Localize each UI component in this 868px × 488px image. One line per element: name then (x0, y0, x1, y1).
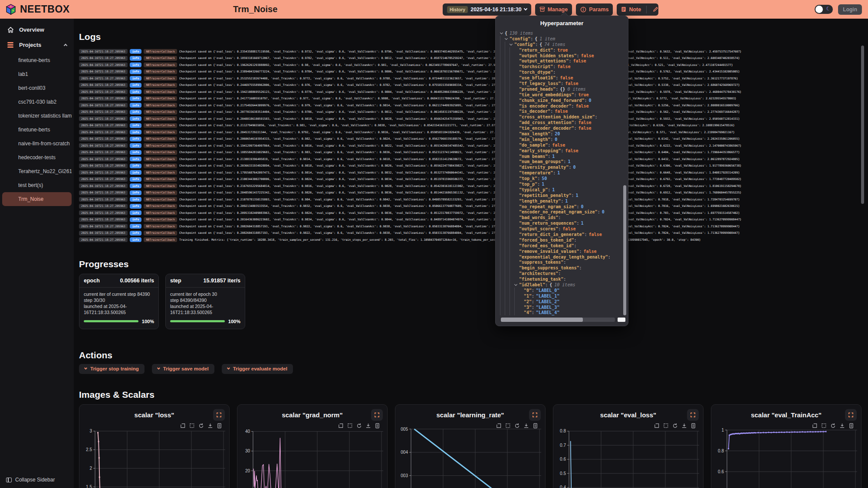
tree-expand-chevron[interactable] (505, 37, 508, 40)
popup-horizontal-scrollbar[interactable] (501, 318, 615, 322)
tree-key: "4" (524, 310, 532, 315)
tree-key: "diversity_penalty" (519, 165, 569, 170)
tree-key: "temperature" (519, 170, 553, 175)
log-message: Checkpoint saved on {'eval_loss': 0.1962… (179, 63, 733, 67)
tree-expand-chevron[interactable] (500, 31, 503, 34)
sidebar-project-trm-noise[interactable]: Trm_Noise (2, 192, 72, 206)
tree-key: "finetuning_task" (519, 277, 563, 282)
svg-text:30: 30 (245, 449, 250, 453)
sidebar-project-naive-llm-from-scratch[interactable]: naive-llm-from-scratch (2, 137, 72, 151)
reset-axes-icon[interactable] (830, 423, 836, 429)
plot-area[interactable]: 0.80.70.60.50.40.30.2 (556, 426, 701, 488)
zoom-box-icon[interactable] (338, 423, 344, 429)
actions-heading: Actions (79, 350, 868, 360)
plot-area[interactable]: 40302010 (240, 426, 385, 488)
chart-title: scalar "learning_rate" (395, 411, 545, 419)
tree-line: "is_decoder":false (500, 108, 621, 114)
logs-scrollbar-thumb[interactable] (861, 46, 864, 204)
log-message: Checkpoint saved on {'eval_loss': 0.2446… (179, 83, 740, 87)
zoom-box-icon[interactable] (654, 423, 660, 429)
log-message: Checkpoint saved on {'eval_loss': 0.1795… (179, 171, 740, 174)
theme-toggle[interactable]: ☾ (815, 5, 833, 14)
action-trigger-evaluate-model[interactable]: Trigger evaluate model (222, 364, 293, 374)
log-message: Checkpoint saved on {'eval_loss': 0.1942… (179, 90, 741, 94)
data-file-icon[interactable] (217, 423, 222, 429)
download-icon[interactable] (365, 423, 371, 429)
lasso-select-icon[interactable] (663, 423, 669, 429)
log-message: Checkpoint saved on {'eval_loss': 0.1885… (179, 151, 740, 154)
tree-key: "2" (524, 299, 532, 304)
sidebar-item-overview[interactable]: Overview (0, 22, 74, 37)
sidebar-project-terahertz-no22-gl261-gl-[interactable]: Terahertz_No22_Gl261_gl... (2, 164, 72, 178)
popup-scroll-corner[interactable] (618, 318, 625, 322)
fullscreen-button[interactable] (371, 409, 383, 421)
tree-expand-chevron[interactable] (510, 43, 513, 46)
sidebar-project-hedecoder-tests[interactable]: hedecoder-tests (2, 151, 72, 164)
data-file-icon[interactable] (533, 423, 538, 429)
log-source-badge: NBTrainerCallback (144, 190, 177, 195)
action-trigger-save-model[interactable]: Trigger save model (152, 364, 214, 374)
collapse-sidebar-button[interactable]: Collapse Sidebar (6, 477, 55, 483)
plot-area[interactable]: 10.80.60.40.2 (714, 426, 859, 488)
lasso-select-icon[interactable] (505, 423, 511, 429)
popup-vertical-scrollbar[interactable] (623, 185, 626, 315)
fullscreen-button[interactable] (529, 409, 541, 421)
log-message: Checkpoint saved on {'eval_loss': 0.2389… (179, 70, 740, 73)
history-dropdown[interactable]: History 2025-04-16 21:18:30 (443, 3, 531, 16)
download-icon[interactable] (681, 423, 687, 429)
reset-axes-icon[interactable] (672, 423, 678, 429)
zoom-box-icon[interactable] (812, 423, 818, 429)
login-button[interactable]: Login (838, 4, 862, 15)
lasso-select-icon[interactable] (821, 423, 827, 429)
download-icon[interactable] (839, 423, 845, 429)
fullscreen-button[interactable] (687, 409, 699, 421)
action-trigger-stop-training[interactable]: Trigger stop training (79, 364, 145, 374)
tree-line: "torch_dtype": (500, 69, 621, 75)
tree-line: "tf_legacy_loss":false (500, 81, 621, 86)
sidebar-project-bert-conll03[interactable]: bert-conll03 (2, 81, 72, 95)
params-button[interactable]: Params (576, 3, 613, 16)
tree-key: "length_penalty" (519, 199, 561, 203)
tree-key: "num_beam_groups" (519, 159, 563, 164)
zoom-box-icon[interactable] (180, 423, 186, 429)
data-file-icon[interactable] (690, 423, 696, 429)
logs-scrollbar[interactable] (861, 46, 864, 240)
fullscreen-button[interactable] (845, 409, 857, 421)
log-source-badge: NBTrainerCallback (144, 143, 177, 148)
data-file-icon[interactable] (848, 423, 854, 429)
sidebar-project-tokenizer-statistics-llama-[interactable]: tokenizer statistics llama... (2, 109, 72, 123)
reset-axes-icon[interactable] (356, 423, 362, 429)
sidebar-project-test-bert-s-[interactable]: test bert(s) (2, 178, 72, 192)
sidebar-project-csc791-030-lab2[interactable]: csc791-030 lab2 (2, 95, 72, 109)
download-icon[interactable] (207, 423, 213, 429)
tree-expand-chevron[interactable] (514, 283, 517, 286)
sidebar-project-finetune-berts[interactable]: finetune-berts (2, 53, 72, 67)
projects-menu-icon (7, 42, 14, 48)
note-label[interactable]: Note (629, 7, 641, 13)
tree-value: 1 (542, 182, 544, 187)
lasso-select-icon[interactable] (189, 423, 195, 429)
tree-key: "begin_suppress_tokens" (519, 265, 579, 270)
reset-axes-icon[interactable] (198, 423, 204, 429)
chart-cards: scalar "loss"32.521.510.5scalar "grad_no… (79, 404, 868, 488)
log-level-badge: info (130, 130, 142, 134)
sidebar-item-projects[interactable]: Projects (0, 37, 74, 52)
svg-text:0.8: 0.8 (718, 448, 724, 453)
popup-horizontal-thumb[interactable] (501, 318, 583, 322)
plot-area[interactable]: 32.521.510.5 (82, 426, 227, 488)
edit-pencil-icon[interactable] (653, 7, 658, 12)
tree-value: "LABEL_2" (536, 299, 559, 304)
lasso-select-icon[interactable] (347, 423, 353, 429)
log-timestamp: 2025-04-16T21:18:27.205963 (79, 197, 128, 202)
sidebar-project-finetune-berts[interactable]: finetune-berts (2, 123, 72, 137)
download-icon[interactable] (523, 423, 529, 429)
zoom-box-icon[interactable] (496, 423, 502, 429)
plot-area[interactable]: 005004003002001 (398, 426, 543, 488)
reset-axes-icon[interactable] (514, 423, 520, 429)
tree-value: false (589, 232, 602, 237)
data-file-icon[interactable] (375, 423, 380, 429)
fullscreen-button[interactable] (213, 409, 225, 421)
chart-title: scalar "grad_norm" (237, 411, 387, 419)
sidebar-project-lab1[interactable]: lab1 (2, 67, 72, 81)
chart-card-scalarloss: scalar "loss"32.521.510.5 (79, 404, 230, 488)
